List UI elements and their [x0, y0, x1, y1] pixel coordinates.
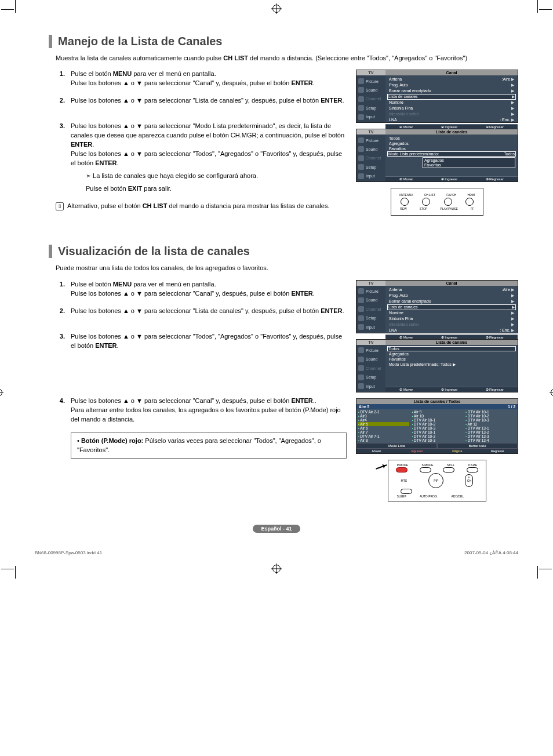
osd-tv-label: TV: [356, 129, 385, 135]
label: Setup: [366, 375, 376, 379]
label: Sound: [366, 298, 377, 302]
label: ADD/DEL: [451, 495, 464, 498]
button-label: Modo Lista: [356, 443, 437, 449]
step-text: Pulse los botones ▲ o ▼ para seleccionar…: [71, 96, 344, 106]
pmode-button: [396, 467, 408, 472]
label: Picture: [366, 289, 379, 293]
step-list: 3. Pulse los botones ▲ o ▼ para seleccio…: [56, 122, 347, 194]
label: S.MODE: [422, 463, 434, 467]
section-title: Manejo de la Lista de Canales: [49, 35, 518, 48]
text-bold: MENU: [113, 70, 132, 77]
osd-footer: MoverIngresarRegresar: [385, 176, 518, 181]
label: FF: [471, 207, 474, 210]
label: STOP: [420, 207, 428, 210]
osd-nav-channel: Channel: [356, 365, 385, 372]
label: Favoritos: [389, 357, 406, 361]
text: :Aire: [502, 288, 510, 292]
arrow-icon: ▶: [511, 77, 514, 81]
text: .: [117, 159, 118, 166]
label: Página: [437, 449, 478, 453]
text-bold: ENTER: [291, 290, 312, 297]
label: Todos: [389, 136, 400, 140]
osd-footer: MoverIngresarRegresar: [385, 387, 518, 392]
label: Picture: [366, 139, 379, 143]
label: Input: [366, 174, 375, 178]
alternative-note: ▯ Alternativo, pulse el botón CH LIST de…: [56, 202, 347, 210]
osd-item: Todos: [388, 136, 515, 140]
label: AUTO PROG.: [420, 495, 438, 498]
osd-item: Antena:Aire ▶: [388, 77, 515, 82]
picture-icon: [358, 78, 364, 84]
step-list: 1. Pulse el botón MENU para ver el menú …: [56, 70, 347, 106]
page-indicator: 1 / 2: [508, 405, 515, 409]
osd-nav-input: Input: [356, 383, 385, 390]
osd-item: Antena:Aire ▶: [388, 288, 515, 292]
chlist-column: DTV Air 2-1Air3Air4Air 5Air 6Air 7DTV Ai…: [356, 409, 410, 443]
step-number: 2.: [56, 307, 65, 316]
input-icon: [358, 173, 364, 179]
step-number: 4.: [56, 397, 65, 424]
text-bold: MENU: [113, 281, 132, 288]
osd-nav-input: Input: [356, 114, 385, 121]
channel-item: DTV Air 13-1: [465, 426, 516, 430]
osd-nav-input: Input: [356, 173, 385, 180]
crop-mark: [539, 9, 552, 10]
crop-mark: [537, 0, 538, 13]
text: .: [313, 79, 315, 86]
osd-nav-setup: Setup: [356, 374, 385, 381]
label: PLAY/PAUSE: [440, 207, 457, 210]
chlist-column: DTV Air 10-1DTV Air 10-2DTV Air 10-3Air …: [464, 409, 518, 443]
arrow-icon: ▶: [511, 322, 514, 327]
channel-item: Air 5: [358, 422, 409, 426]
text: Pulse los botones ▲ o ▼ para seleccionar…: [71, 307, 321, 314]
osd-tv-label: TV: [356, 281, 385, 286]
label: Regresar: [486, 177, 504, 181]
label: Nombre: [389, 311, 403, 315]
osd-subitem: Agregados: [424, 158, 514, 162]
text-bold: ENTER: [321, 307, 342, 314]
crop-mark: [1, 9, 14, 10]
channel-icon: [358, 306, 364, 312]
arrow-icon: ▶: [511, 293, 514, 298]
label: CH LIST: [424, 193, 435, 197]
channel-item: Air 7: [358, 430, 409, 434]
osd-nav-channel: Channel: [356, 155, 385, 162]
label: Channel: [366, 307, 381, 311]
remote-button: [444, 198, 452, 206]
chlist-header: Aire 51 / 2: [356, 404, 518, 409]
osd-nav-setup: Setup: [356, 315, 385, 322]
channel-item: Air 9: [412, 410, 463, 414]
label: Favoritos: [389, 147, 406, 151]
pointer-arrow-icon: [376, 464, 390, 476]
label: Input: [366, 325, 375, 329]
text: para salir.: [142, 185, 172, 192]
value: Todos: [504, 152, 515, 156]
osd-item: Sintonía Fina▶: [388, 317, 515, 321]
setup-icon: [358, 315, 364, 321]
osd-nav-picture: Picture: [356, 78, 385, 85]
channel-item: DTV Air 13-2: [465, 430, 516, 434]
label: Intensidad señal: [389, 112, 419, 117]
page-footer: Español - 41: [35, 525, 518, 533]
osd-screenshot-lista: TV Picture Sound Channel Setup Input Lis…: [356, 339, 518, 392]
osd-item: Favoritos: [388, 147, 515, 151]
osd-item: Modo Lista predeterminado: Todos ▶: [388, 362, 515, 367]
registration-mark-icon: [272, 565, 281, 573]
step-number: 2.: [56, 96, 65, 106]
channel-item: Air4: [358, 418, 409, 422]
label: Antena: [389, 77, 402, 82]
text: Pulse los botones ▲ o ▼ para seleccionar…: [71, 397, 291, 404]
osd-nav-input: Input: [356, 324, 385, 330]
remote-button: [465, 198, 474, 206]
channel-icon: [358, 155, 364, 161]
step-text: Pulse los botones ▲ o ▼ para seleccionar…: [71, 122, 347, 194]
osd-item: Borrar canal encriptado▶: [388, 89, 515, 93]
note-text: Pulse el botón EXIT para salir.: [86, 184, 347, 194]
arrow-icon: ▶: [511, 89, 514, 93]
osd-item: Borrar canal encriptado▶: [388, 299, 515, 304]
text: Pulse los botones ▲ o ▼ para seleccionar…: [71, 79, 291, 86]
osd-nav-sound: Sound: [356, 356, 385, 363]
osd-title: Canal: [385, 281, 518, 286]
label: Borrar canal encriptado: [389, 89, 431, 93]
step-item: 1. Pulse el botón MENU para ver el menú …: [56, 280, 347, 299]
